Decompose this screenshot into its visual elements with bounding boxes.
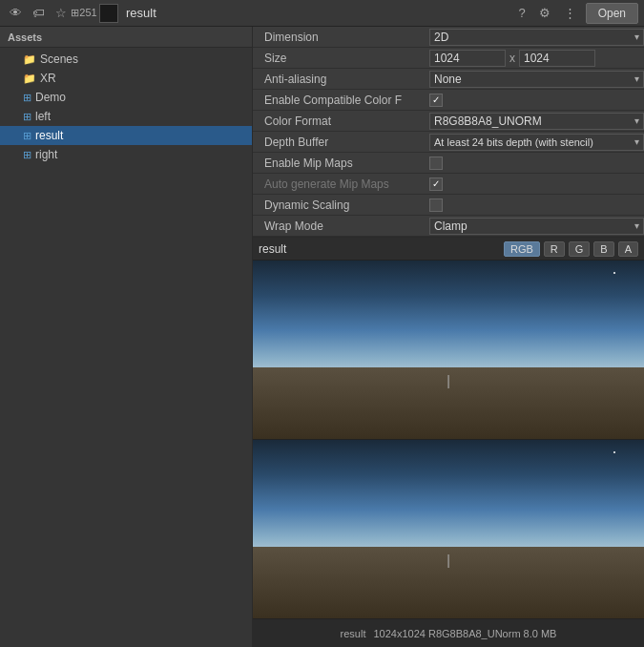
result-thumbnail bbox=[99, 4, 118, 23]
prop-row-dynamic-scaling: Dynamic Scaling bbox=[253, 195, 644, 216]
chevron-down-icon: ▾ bbox=[634, 220, 639, 231]
cursor-marker-top: | bbox=[447, 373, 450, 388]
help-icon[interactable]: ? bbox=[514, 4, 529, 22]
preview-content: | | result 1024x1024 R8G8B8A8_UNorm 8.0 … bbox=[253, 261, 644, 647]
star-top bbox=[613, 272, 615, 274]
result-title: result bbox=[126, 6, 156, 20]
chevron-down-icon: ▾ bbox=[634, 136, 639, 147]
preview-title: result bbox=[259, 242, 500, 256]
prop-value-auto-mip-maps bbox=[429, 177, 644, 191]
prop-value-dimension: 2D ▾ bbox=[429, 29, 644, 46]
prop-value-enable-mip-maps bbox=[429, 157, 644, 170]
sidebar-item-label: result bbox=[35, 129, 63, 142]
prop-label-dimension: Dimension bbox=[253, 31, 429, 44]
enable-compatible-checkbox[interactable] bbox=[429, 94, 443, 107]
sidebar-item-label: XR bbox=[40, 72, 56, 85]
prop-label-enable-mip-maps: Enable Mip Maps bbox=[253, 157, 429, 170]
sidebar-item-scenes[interactable]: 📁 Scenes bbox=[0, 50, 252, 69]
sidebar-tree: 📁 Scenes 📁 XR ⊞ Demo ⊞ left ⊞ result ⊞ r bbox=[0, 48, 252, 647]
eye-icon[interactable]: 👁 bbox=[6, 4, 25, 23]
title-area: result bbox=[93, 4, 514, 23]
size-height-input[interactable] bbox=[519, 50, 595, 67]
sidebar-item-label: Scenes bbox=[40, 52, 78, 66]
scene-bottom: | bbox=[253, 440, 644, 618]
prop-value-anti-aliasing: None ▾ bbox=[429, 71, 644, 88]
preview-toolbar: result RGB R G B A bbox=[253, 238, 644, 261]
folder-icon: 📁 bbox=[23, 73, 36, 85]
chevron-down-icon: ▾ bbox=[634, 115, 639, 126]
prop-row-anti-aliasing: Anti-aliasing None ▾ bbox=[253, 69, 644, 90]
prop-label-size: Size bbox=[253, 52, 429, 65]
tag-icon[interactable]: 🏷 bbox=[29, 4, 48, 23]
sidebar-item-label: left bbox=[35, 110, 51, 123]
wrap-mode-dropdown[interactable]: Clamp ▾ bbox=[429, 218, 644, 235]
prop-label-anti-aliasing: Anti-aliasing bbox=[253, 73, 429, 86]
dynamic-scaling-checkbox[interactable] bbox=[429, 198, 443, 212]
grid-icon: ⊞ bbox=[23, 149, 31, 161]
color-format-dropdown[interactable]: R8G8B8A8_UNORM ▾ bbox=[429, 113, 644, 130]
grid-icon: ⊞ bbox=[23, 111, 31, 123]
size-x-separator: x bbox=[509, 52, 515, 65]
prop-value-depth-buffer: At least 24 bits depth (with stencil) ▾ bbox=[429, 134, 644, 151]
cursor-marker-bottom: | bbox=[447, 553, 450, 568]
channel-b-button[interactable]: B bbox=[593, 241, 613, 257]
prop-row-size: Size x bbox=[253, 48, 644, 69]
channel-a-button[interactable]: A bbox=[618, 241, 638, 257]
top-bar: 👁 🏷 ☆ ⊞251 result ? ⚙ ⋮ Open bbox=[0, 0, 644, 27]
dimension-dropdown[interactable]: 2D ▾ bbox=[429, 29, 644, 46]
sidebar-item-xr[interactable]: 📁 XR bbox=[0, 69, 252, 88]
preview-area: result RGB R G B A | bbox=[253, 238, 644, 647]
layers-icon[interactable]: ⊞251 bbox=[74, 4, 93, 23]
right-panel: Dimension 2D ▾ Size x Anti bbox=[253, 27, 644, 647]
prop-value-enable-compatible bbox=[429, 94, 644, 107]
settings-icon[interactable]: ⚙ bbox=[535, 4, 554, 22]
prop-label-depth-buffer: Depth Buffer bbox=[253, 136, 429, 149]
channel-r-button[interactable]: R bbox=[544, 241, 565, 257]
auto-mip-maps-checkbox[interactable] bbox=[429, 177, 443, 191]
status-details: 1024x1024 R8G8B8A8_UNorm 8.0 MB bbox=[373, 628, 556, 639]
prop-value-wrap-mode: Clamp ▾ bbox=[429, 218, 644, 235]
sky-gradient-top bbox=[253, 261, 644, 377]
sidebar-item-result[interactable]: ⊞ result bbox=[0, 126, 252, 145]
sidebar: Assets 📁 Scenes 📁 XR ⊞ Demo ⊞ left ⊞ res… bbox=[0, 27, 253, 647]
sidebar-item-demo[interactable]: ⊞ Demo bbox=[0, 88, 252, 107]
depth-buffer-dropdown[interactable]: At least 24 bits depth (with stencil) ▾ bbox=[429, 134, 644, 151]
prop-label-auto-mip-maps: Auto generate Mip Maps bbox=[253, 177, 429, 191]
star-bottom bbox=[613, 451, 615, 453]
prop-row-enable-compatible: Enable Compatible Color F bbox=[253, 90, 644, 111]
sidebar-item-left[interactable]: ⊞ left bbox=[0, 107, 252, 126]
status-bar: result 1024x1024 R8G8B8A8_UNorm 8.0 MB bbox=[253, 618, 644, 647]
sidebar-item-right[interactable]: ⊞ right bbox=[0, 145, 252, 164]
prop-row-wrap-mode: Wrap Mode Clamp ▾ bbox=[253, 216, 644, 237]
sidebar-item-label: Demo bbox=[35, 91, 66, 104]
enable-mip-maps-checkbox[interactable] bbox=[429, 157, 443, 170]
sidebar-item-label: right bbox=[35, 148, 57, 161]
chevron-down-icon: ▾ bbox=[634, 31, 639, 42]
top-bar-icons: 👁 🏷 ☆ ⊞251 bbox=[6, 4, 93, 23]
prop-row-color-format: Color Format R8G8B8A8_UNORM ▾ bbox=[253, 111, 644, 132]
prop-value-size: x bbox=[429, 50, 644, 67]
grid-icon: ⊞ bbox=[23, 92, 31, 104]
chevron-down-icon: ▾ bbox=[634, 73, 639, 84]
top-bar-actions: ? ⚙ ⋮ Open bbox=[514, 3, 638, 24]
grid-icon: ⊞ bbox=[23, 130, 31, 142]
prop-row-dimension: Dimension 2D ▾ bbox=[253, 27, 644, 48]
prop-label-dynamic-scaling: Dynamic Scaling bbox=[253, 198, 429, 212]
sidebar-header: Assets bbox=[0, 27, 252, 48]
more-icon[interactable]: ⋮ bbox=[560, 4, 580, 22]
sky-gradient-bottom bbox=[253, 440, 644, 556]
channel-g-button[interactable]: G bbox=[569, 241, 591, 257]
folder-icon: 📁 bbox=[23, 53, 36, 66]
prop-row-enable-mip-maps: Enable Mip Maps bbox=[253, 153, 644, 174]
open-button[interactable]: Open bbox=[586, 3, 638, 24]
properties-panel: Dimension 2D ▾ Size x Anti bbox=[253, 27, 644, 238]
channel-rgb-button[interactable]: RGB bbox=[504, 241, 540, 257]
status-result-name: result bbox=[341, 628, 366, 639]
prop-label-wrap-mode: Wrap Mode bbox=[253, 219, 429, 233]
anti-aliasing-dropdown[interactable]: None ▾ bbox=[429, 71, 644, 88]
star-icon[interactable]: ☆ bbox=[52, 4, 71, 23]
prop-row-depth-buffer: Depth Buffer At least 24 bits depth (wit… bbox=[253, 132, 644, 153]
size-width-input[interactable] bbox=[429, 50, 506, 67]
prop-value-color-format: R8G8B8A8_UNORM ▾ bbox=[429, 113, 644, 130]
prop-value-dynamic-scaling bbox=[429, 198, 644, 212]
